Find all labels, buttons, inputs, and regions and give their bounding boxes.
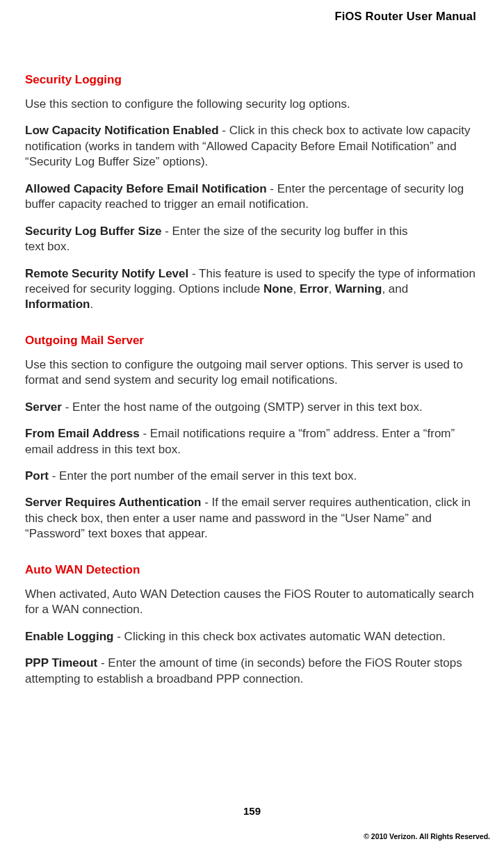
item-low-capacity: Low Capacity Notification Enabled - Clic… [25, 123, 476, 170]
sep1: , [293, 282, 300, 295]
label-from-email: From Email Address [25, 427, 140, 440]
security-logging-intro: Use this section to configure the follow… [25, 97, 476, 112]
copyright-notice: © 2010 Verizon. All Rights Reserved. [364, 832, 490, 840]
item-allowed-capacity: Allowed Capacity Before Email Notificati… [25, 181, 476, 213]
item-auth: Server Requires Authentication - If the … [25, 495, 476, 542]
item-from-email: From Email Address - Email notifications… [25, 426, 476, 457]
label-port: Port [25, 469, 49, 482]
desc-port: - Enter the port number of the email ser… [49, 469, 357, 482]
item-ppp-timeout: PPP Timeout - Enter the amount of time (… [25, 656, 476, 687]
label-server: Server [25, 400, 62, 414]
desc-buffer-size-2: text box. [25, 240, 70, 253]
item-port: Port - Enter the port number of the emai… [25, 469, 476, 484]
label-low-capacity: Low Capacity Notification Enabled [25, 124, 219, 137]
label-ppp-timeout: PPP Timeout [25, 656, 97, 669]
label-notify-level: Remote Security Notify Level [25, 267, 188, 280]
label-allowed-capacity: Allowed Capacity Before Email Notificati… [25, 182, 267, 195]
item-notify-level: Remote Security Notify Level - This feat… [25, 266, 476, 313]
notify-level-tail: . [90, 298, 94, 311]
sep2: , [329, 282, 335, 295]
page-header-title: FiOS Router User Manual [25, 10, 476, 23]
outgoing-mail-intro: Use this section to configure the outgoi… [25, 357, 476, 389]
label-buffer-size: Security Log Buffer Size [25, 225, 161, 238]
opt-information: Information [25, 298, 90, 311]
desc-buffer-size-1: - Enter the size of the security log buf… [161, 225, 407, 238]
heading-outgoing-mail: Outgoing Mail Server [25, 334, 476, 348]
label-enable-logging: Enable Logging [25, 630, 114, 643]
opt-warning: Warning [335, 282, 382, 295]
opt-error: Error [300, 282, 329, 295]
item-server: Server - Enter the host name of the outg… [25, 400, 476, 415]
item-buffer-size: Security Log Buffer Size - Enter the siz… [25, 224, 476, 255]
sep3: , and [382, 282, 408, 295]
item-enable-logging: Enable Logging - Clicking in this check … [25, 629, 476, 644]
auto-wan-intro: When activated, Auto WAN Detection cause… [25, 587, 476, 618]
page-number: 159 [0, 805, 504, 817]
desc-enable-logging: - Clicking in this check box activates a… [114, 630, 446, 643]
opt-none: None [263, 282, 293, 295]
desc-server: - Enter the host name of the outgoing (S… [62, 400, 423, 414]
heading-security-logging: Security Logging [25, 73, 476, 87]
heading-auto-wan: Auto WAN Detection [25, 563, 476, 577]
label-auth: Server Requires Authentication [25, 496, 202, 509]
